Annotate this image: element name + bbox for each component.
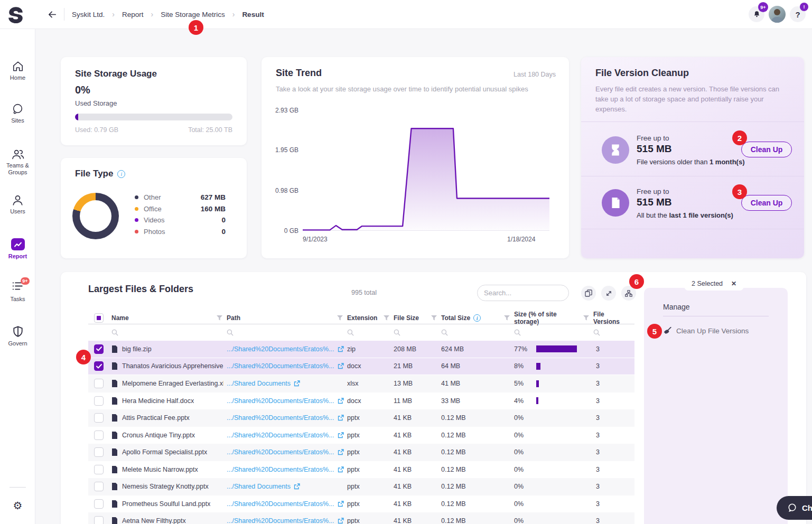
storage-percent: 0% xyxy=(75,84,232,96)
column-header-extension[interactable]: Extension xyxy=(347,314,394,322)
select-all-checkbox[interactable] xyxy=(94,313,104,323)
chat-button[interactable]: Chat xyxy=(777,496,812,520)
column-header-name[interactable]: Name xyxy=(111,314,227,322)
filter-funnel-icon[interactable] xyxy=(431,315,437,321)
table-row[interactable]: big file.zip .../Shared%20Documents/Erat… xyxy=(88,341,634,358)
sidebar-item-govern[interactable]: Govern xyxy=(0,326,35,347)
filter-funnel-icon[interactable] xyxy=(384,315,389,321)
clean-up-file-versions-action[interactable]: Clean Up File Versions xyxy=(663,327,749,335)
row-checkbox[interactable] xyxy=(94,413,104,423)
file-path-link[interactable]: .../Shared%20Documents/Eratos%... xyxy=(227,414,347,422)
search-icon xyxy=(514,329,521,336)
search-input[interactable] xyxy=(484,289,577,297)
expand-table-button[interactable] xyxy=(601,286,616,301)
settings-gear-icon[interactable]: ⚙ xyxy=(0,499,35,512)
file-extension: pptx xyxy=(347,517,394,524)
row-checkbox[interactable] xyxy=(94,431,104,440)
filter-input-extension[interactable] xyxy=(347,329,394,336)
file-versions: 3 xyxy=(593,380,634,387)
sidebar-item-home[interactable]: Home xyxy=(0,61,35,81)
table-row[interactable]: Aetna New Filthy.pptx .../Shared%20Docum… xyxy=(88,512,634,524)
filter-funnel-icon[interactable] xyxy=(217,315,222,321)
table-row[interactable]: Prometheus Soulful Land.pptx .../Shared%… xyxy=(88,495,634,513)
table-search[interactable] xyxy=(477,285,569,301)
cleanup-detail-2: All but the last 1 file version(s) xyxy=(637,211,733,219)
cleanup-free-label-2: Free up to xyxy=(637,188,669,195)
file-path-link[interactable]: .../Shared%20Documents/Eratos%... xyxy=(227,432,347,439)
sidebar-item-teams-groups[interactable]: Teams & Groups xyxy=(0,149,35,176)
search-icon xyxy=(394,329,400,336)
sidebar-item-tasks[interactable]: 9+ Tasks xyxy=(0,281,35,303)
file-path-link[interactable]: .../Shared%20Documents/Eratos%... xyxy=(227,466,347,473)
sidebar-item-sites[interactable]: Sites xyxy=(0,103,35,124)
filter-funnel-icon[interactable] xyxy=(337,315,343,321)
external-link-icon xyxy=(338,518,344,524)
copy-report-button[interactable] xyxy=(581,286,596,301)
filter-input-name[interactable] xyxy=(111,329,227,336)
filter-input-file-versions[interactable] xyxy=(593,329,634,336)
breadcrumb-item-site-storage-metrics[interactable]: Site Storage Metrics xyxy=(161,11,225,18)
table-row[interactable]: Thanatos Avaricious Apprehensive.doc ...… xyxy=(88,358,634,376)
teams-groups-icon xyxy=(12,149,24,160)
info-icon[interactable]: i xyxy=(473,314,481,322)
column-header-size-percent[interactable]: Size (% of site storage) xyxy=(514,311,593,325)
file-path-link[interactable]: .../Shared%20Documents/Eratos%... xyxy=(227,500,347,508)
file-path-link[interactable]: .../Shared%20Documents/Eratos%... xyxy=(227,362,347,370)
file-path-link[interactable]: .../Shared Documents xyxy=(227,483,347,490)
column-header-total-size[interactable]: Total Size i xyxy=(441,314,514,322)
clean-up-all-but-last-button[interactable]: Clean Up xyxy=(741,195,792,211)
filter-input-path[interactable] xyxy=(227,329,347,336)
close-icon[interactable]: ✕ xyxy=(731,280,736,287)
file-path-link[interactable]: .../Shared%20Documents/Eratos%... xyxy=(227,397,347,405)
info-icon[interactable]: i xyxy=(117,170,125,178)
breadcrumb-item-org[interactable]: Syskit Ltd. xyxy=(72,11,105,18)
filter-input-total-size[interactable] xyxy=(441,329,514,336)
size-percent: 0% xyxy=(514,466,530,473)
breadcrumb-item-report[interactable]: Report xyxy=(122,11,144,18)
column-header-file-size[interactable]: File Size xyxy=(394,314,441,322)
legend-dot xyxy=(135,218,138,222)
file-size: 13 MB xyxy=(394,380,441,387)
filter-funnel-icon[interactable] xyxy=(504,315,510,321)
table-row[interactable]: Hera Medicine Half.docx .../Shared%20Doc… xyxy=(88,392,634,410)
user-avatar[interactable] xyxy=(769,6,786,23)
table-row[interactable]: Nemesis Strategy Knotty.pptx .../Shared … xyxy=(88,478,634,495)
row-checkbox[interactable] xyxy=(94,482,104,491)
row-checkbox[interactable] xyxy=(94,396,104,406)
row-checkbox[interactable] xyxy=(94,361,104,371)
file-path-link[interactable]: .../Shared Documents xyxy=(227,380,347,387)
filter-input-file-size[interactable] xyxy=(394,329,441,336)
external-link-icon xyxy=(338,501,344,507)
row-checkbox[interactable] xyxy=(94,344,104,354)
sidebar-item-report[interactable]: Report xyxy=(0,238,35,260)
sidebar-item-users[interactable]: Users xyxy=(0,195,35,215)
row-checkbox[interactable] xyxy=(94,499,104,509)
help-button[interactable]: ? ! xyxy=(790,6,806,22)
legend-dot xyxy=(135,207,138,211)
file-path-link[interactable]: .../Shared%20Documents/Eratos%... xyxy=(227,345,347,353)
back-button[interactable] xyxy=(45,7,59,21)
table-row[interactable]: Melete Music Narrow.pptx .../Shared%20Do… xyxy=(88,461,634,479)
file-name: Attis Practical Fee.pptx xyxy=(122,414,190,422)
chat-label: Chat xyxy=(802,503,812,512)
table-row[interactable]: Cronus Antique Tiny.pptx .../Shared%20Do… xyxy=(88,427,634,444)
file-icon xyxy=(111,380,118,387)
row-checkbox[interactable] xyxy=(94,516,104,524)
file-path-link[interactable]: .../Shared%20Documents/Eratos%... xyxy=(227,517,347,524)
annotation-badge-5: 5 xyxy=(647,324,662,339)
row-checkbox[interactable] xyxy=(94,379,104,388)
filter-funnel-icon[interactable] xyxy=(583,315,589,321)
column-header-path[interactable]: Path xyxy=(227,314,347,322)
file-path-link[interactable]: .../Shared%20Documents/Eratos%... xyxy=(227,448,347,456)
row-checkbox[interactable] xyxy=(94,447,104,457)
table-row[interactable]: Melpomene Enraged Everlasting.xlsx .../S… xyxy=(88,375,634,392)
clean-up-older-button[interactable]: Clean Up xyxy=(741,142,792,157)
row-checkbox[interactable] xyxy=(94,465,104,474)
table-row[interactable]: Attis Practical Fee.pptx .../Shared%20Do… xyxy=(88,409,634,427)
external-link-icon xyxy=(338,398,344,404)
column-header-file-versions[interactable]: File Versions xyxy=(593,311,634,325)
notifications-button[interactable]: 9+ xyxy=(749,6,764,22)
table-row[interactable]: Apollo Formal Specialist.pptx .../Shared… xyxy=(88,444,634,461)
size-percent: 0% xyxy=(514,483,530,490)
filter-input-size-percent[interactable] xyxy=(514,329,593,336)
